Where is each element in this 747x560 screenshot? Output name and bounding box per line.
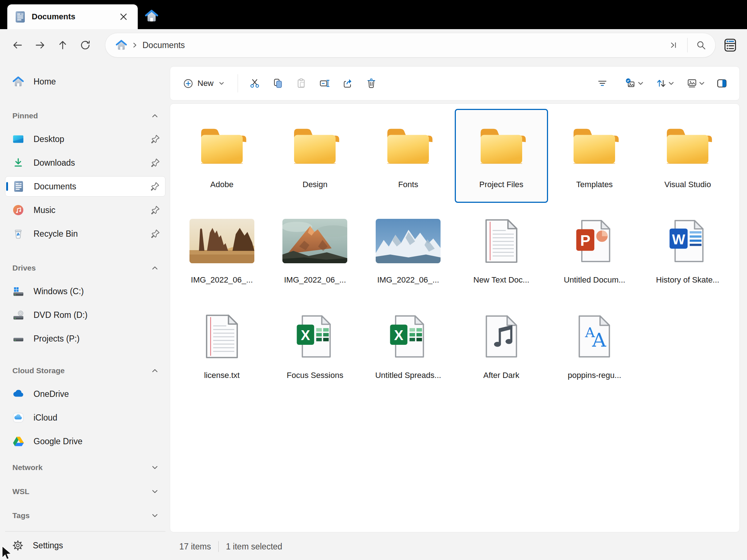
refresh-button[interactable]	[77, 36, 94, 54]
downloads-icon	[12, 157, 24, 168]
file-item[interactable]: license.txt	[175, 300, 269, 394]
file-item-label: Templates	[576, 180, 613, 189]
file-item[interactable]: IMG_2022_06_...	[361, 204, 455, 298]
chevron-down-icon	[637, 79, 645, 87]
search-icon	[696, 40, 707, 51]
file-area: Adobe Design Fonts Project Files Templat…	[170, 103, 740, 532]
select-options-icon	[624, 78, 637, 89]
file-item-label: IMG_2022_06_...	[284, 275, 346, 285]
sidebar-item-onedrive[interactable]: OneDrive	[5, 384, 165, 404]
section-header-network[interactable]: Network	[5, 460, 165, 476]
file-item[interactable]: W History of Skate...	[641, 204, 734, 298]
chevron-down-icon	[150, 487, 160, 496]
sidebar-item-recycle-bin[interactable]: Recycle Bin	[5, 224, 165, 244]
pin-icon[interactable]	[150, 229, 160, 239]
sidebar-item-projects-p[interactable]: Projects (P:)	[5, 328, 165, 349]
pin-icon[interactable]	[150, 181, 160, 192]
file-item[interactable]: IMG_2022_06_...	[269, 204, 362, 298]
layout-view-button[interactable]	[683, 75, 709, 91]
back-button[interactable]	[9, 36, 26, 54]
folder-icon	[290, 125, 339, 166]
up-arrow-icon	[56, 39, 69, 51]
address-bar[interactable]: Documents	[105, 33, 716, 58]
folder-icon	[477, 125, 526, 166]
jump-to-end-button[interactable]	[665, 37, 682, 54]
new-button[interactable]: New	[178, 76, 230, 91]
file-item-label: Fonts	[398, 180, 418, 189]
forward-arrow-icon	[34, 39, 46, 51]
folder-icon	[384, 125, 433, 166]
pin-icon[interactable]	[150, 205, 160, 215]
section-header-wsl[interactable]: WSL	[5, 484, 165, 500]
rename-button[interactable]	[315, 74, 334, 93]
sidebar-item-home[interactable]: Home	[5, 71, 165, 92]
sidebar-item-icloud[interactable]: iCloud	[5, 407, 165, 428]
sidebar-item-windows-c[interactable]: Windows (C:)	[5, 281, 165, 301]
file-item[interactable]: P Untitled Docum...	[548, 204, 641, 298]
delete-button[interactable]	[362, 74, 381, 93]
section-header-pinned[interactable]: Pinned	[5, 109, 165, 123]
select-options-button[interactable]	[621, 75, 648, 91]
section-header-cloud-storage[interactable]: Cloud Storage	[5, 363, 165, 378]
file-item-label: Focus Sessions	[287, 371, 343, 380]
svg-text:P: P	[580, 232, 591, 249]
ongoing-tasks-button[interactable]	[721, 36, 740, 55]
sidebar: Home Pinned Desktop Downloads Documents	[0, 61, 170, 560]
section-header-tags[interactable]: Tags	[5, 508, 165, 524]
file-item[interactable]: After Dark	[455, 300, 548, 394]
chevron-down-icon	[218, 80, 225, 87]
details-pane-button[interactable]	[712, 74, 731, 93]
sidebar-item-google-drive[interactable]: Google Drive	[5, 431, 165, 451]
file-item[interactable]: Templates	[548, 109, 641, 203]
file-item-label: Untitled Spreads...	[375, 371, 441, 380]
plus-circle-icon	[183, 79, 193, 88]
search-button[interactable]	[693, 37, 709, 54]
filter-button[interactable]	[593, 74, 612, 93]
file-item[interactable]: Design	[269, 109, 362, 203]
file-item[interactable]: Project Files	[455, 109, 548, 203]
sidebar-item-desktop[interactable]: Desktop	[5, 129, 165, 149]
file-item[interactable]: X Untitled Spreads...	[361, 300, 455, 394]
file-item[interactable]: Adobe	[175, 109, 269, 203]
file-item[interactable]: New Text Doc...	[455, 204, 548, 298]
windows-drive-icon	[12, 286, 24, 296]
chevron-down-icon	[150, 511, 160, 520]
file-item-label: Adobe	[210, 180, 234, 189]
sidebar-item-music[interactable]: Music	[5, 200, 165, 220]
cut-button[interactable]	[245, 74, 264, 93]
copy-button[interactable]	[269, 74, 288, 93]
section-header-drives[interactable]: Drives	[5, 261, 165, 275]
items-count: 17 items	[179, 542, 211, 552]
paste-button[interactable]	[292, 74, 311, 93]
desktop-icon	[12, 134, 24, 144]
up-button[interactable]	[54, 36, 71, 54]
file-item[interactable]: IMG_2022_06_...	[175, 204, 269, 298]
new-tab-home-button[interactable]	[143, 7, 160, 25]
close-icon[interactable]	[117, 11, 130, 23]
sort-button[interactable]	[653, 75, 678, 91]
rename-icon	[319, 78, 331, 89]
sidebar-item-documents[interactable]: Documents	[5, 176, 165, 197]
breadcrumb-home[interactable]	[116, 40, 127, 51]
pin-icon[interactable]	[150, 134, 160, 144]
sidebar-item-dvd-d[interactable]: DVD Rom (D:)	[5, 305, 165, 325]
file-item[interactable]: AA poppins-regu...	[548, 300, 641, 394]
sidebar-item-settings[interactable]: Settings	[5, 535, 165, 556]
file-item[interactable]: Fonts	[361, 109, 455, 203]
sidebar-footer: Settings	[5, 531, 165, 556]
recycle-bin-icon	[12, 228, 24, 239]
share-button[interactable]	[339, 74, 357, 93]
icloud-icon	[12, 412, 24, 423]
tab-documents[interactable]: Documents	[7, 4, 138, 29]
file-item[interactable]: X Focus Sessions	[269, 300, 362, 394]
photo-thumbnail-snow	[376, 219, 441, 263]
pin-icon[interactable]	[150, 158, 160, 168]
sidebar-item-downloads[interactable]: Downloads	[5, 153, 165, 173]
folder-icon	[570, 125, 619, 166]
chevron-up-icon	[150, 366, 160, 375]
file-item[interactable]: Visual Studio	[641, 109, 734, 203]
status-bar: 17 items 1 item selected	[170, 533, 747, 560]
breadcrumb-item[interactable]: Documents	[142, 40, 185, 50]
back-arrow-icon	[11, 39, 24, 51]
forward-button[interactable]	[31, 36, 49, 54]
